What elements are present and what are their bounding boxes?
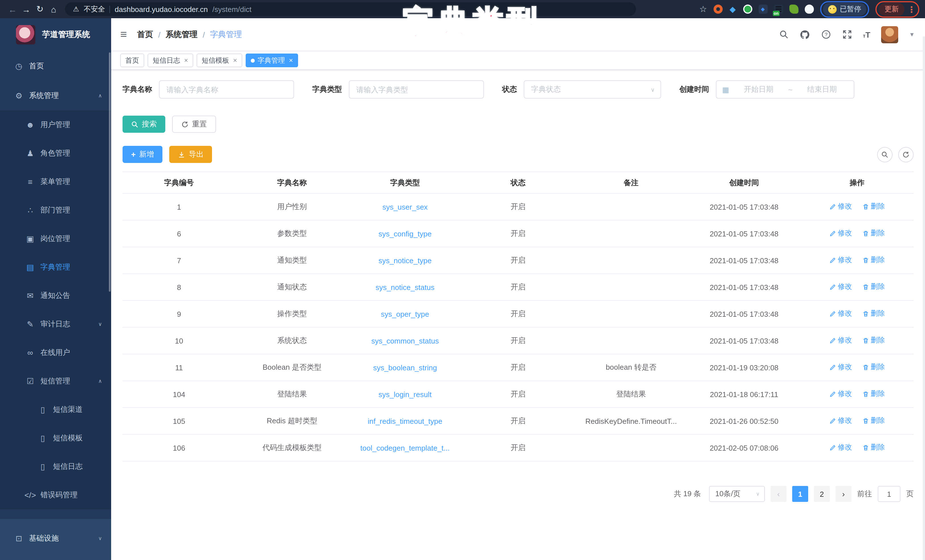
close-tab-icon[interactable]: × — [289, 56, 293, 65]
github-icon[interactable] — [800, 29, 810, 39]
tag-tab[interactable]: 首页 — [120, 54, 144, 67]
tag-tab[interactable]: 短信模板 × — [197, 54, 242, 67]
refresh-table-button[interactable] — [898, 147, 914, 162]
browser-update-button[interactable]: 更新 — [879, 3, 904, 16]
sidebar-item-posts[interactable]: ▣ 岗位管理 — [0, 224, 111, 253]
edit-link[interactable]: 修改 — [829, 416, 852, 426]
sidebar-item-online-users[interactable]: ∞ 在线用户 — [0, 339, 111, 367]
edit-link[interactable]: 修改 — [829, 229, 852, 238]
tag-tab[interactable]: 短信日志 × — [148, 54, 193, 67]
dict-type-link[interactable]: sys_notice_status — [348, 274, 462, 301]
bookmark-star-icon[interactable]: ☆ — [699, 4, 707, 14]
delete-link[interactable]: 删除 — [862, 229, 885, 238]
dict-type-link[interactable]: sys_config_type — [348, 220, 462, 247]
show-search-toggle-button[interactable] — [877, 147, 892, 162]
dict-type-link[interactable]: sys_notice_type — [348, 247, 462, 274]
breadcrumb-system[interactable]: 系统管理 — [166, 29, 197, 39]
sidebar-item-roles[interactable]: ♟ 角色管理 — [0, 139, 111, 167]
profile-paused-chip[interactable]: 已暂停 — [823, 3, 866, 16]
sidebar-item-home[interactable]: ◷ 首页 — [0, 51, 111, 81]
sidebar-item-sms-logs[interactable]: ▯ 短信日志 — [0, 452, 111, 481]
delete-link[interactable]: 删除 — [862, 443, 885, 453]
page-number-button[interactable]: 1 — [792, 486, 808, 502]
extension-dog-icon[interactable] — [804, 5, 814, 14]
edit-link[interactable]: 修改 — [829, 389, 852, 399]
edit-link[interactable]: 修改 — [829, 309, 852, 319]
sidebar-item-system[interactable]: ⚙ 系统管理 ∧ — [0, 81, 111, 110]
sidebar-item-users[interactable]: ☻ 用户管理 — [0, 110, 111, 139]
reset-button[interactable]: 重置 — [172, 116, 216, 133]
extension-leaf-icon[interactable] — [789, 5, 798, 14]
extension-blocks-icon[interactable]: ◆ — [758, 5, 767, 14]
dict-type-link[interactable]: sys_common_status — [348, 327, 462, 354]
sidebar-scrollbar[interactable] — [109, 53, 111, 292]
browser-home-icon[interactable]: ⌂ — [47, 4, 60, 14]
delete-link[interactable]: 删除 — [862, 309, 885, 319]
dict-type-link[interactable]: inf_redis_timeout_type — [348, 408, 462, 434]
edit-link[interactable]: 修改 — [829, 443, 852, 453]
goto-page-input[interactable] — [878, 486, 901, 502]
page-number-button[interactable]: 2 — [814, 486, 830, 502]
help-icon[interactable]: ? — [821, 29, 831, 39]
delete-link[interactable]: 删除 — [862, 363, 885, 372]
sidebar-item-menus[interactable]: ≡ 菜单管理 — [0, 167, 111, 196]
breadcrumb-home[interactable]: 首页 — [137, 29, 153, 39]
address-bar[interactable]: ⚠ 不安全 dashboard.yudao.iocoder.cn/system/… — [65, 2, 636, 16]
browser-menu-kebab-icon[interactable]: ⋮ — [907, 5, 916, 14]
extension-gem-icon[interactable]: ◆ — [729, 5, 737, 14]
sidebar-item-sms[interactable]: ☑ 短信管理 ∧ — [0, 367, 111, 395]
prev-page-button[interactable]: ‹ — [771, 486, 786, 502]
edit-link[interactable]: 修改 — [829, 202, 852, 212]
browser-back-icon[interactable]: ← — [6, 4, 20, 14]
sidebar-item-sms-templates[interactable]: ▯ 短信模板 — [0, 424, 111, 452]
sidebar-item-notices[interactable]: ✉ 通知公告 — [0, 282, 111, 310]
fullscreen-icon[interactable] — [842, 29, 852, 39]
status-select[interactable]: 字典状态 ∨ — [524, 80, 661, 99]
sidebar-item-dictionaries[interactable]: ▤ 字典管理 — [0, 253, 111, 282]
collapse-sidebar-icon[interactable]: ≡ — [120, 28, 127, 41]
delete-link[interactable]: 删除 — [862, 389, 885, 399]
dict-type-link[interactable]: tool_codegen_template_t... — [348, 434, 462, 461]
sidebar-item-departments[interactable]: ∴ 部门管理 — [0, 196, 111, 224]
add-button[interactable]: + 新增 — [122, 146, 163, 163]
export-button[interactable]: 导出 — [169, 146, 212, 163]
sidebar-item-error-codes[interactable]: </> 错误码管理 — [0, 481, 111, 509]
edit-link[interactable]: 修改 — [829, 336, 852, 346]
close-tab-icon[interactable]: × — [184, 56, 188, 65]
dict-name-input[interactable] — [159, 80, 294, 99]
delete-link[interactable]: 删除 — [862, 202, 885, 212]
delete-link[interactable]: 删除 — [862, 282, 885, 292]
next-page-button[interactable]: › — [836, 486, 851, 502]
delete-link[interactable]: 删除 — [862, 336, 885, 346]
search-button[interactable]: 搜索 — [122, 116, 165, 133]
header-search-icon[interactable] — [779, 29, 789, 39]
dict-type-input[interactable] — [349, 80, 484, 99]
sidebar-logo-row[interactable]: 芋道管理系统 — [0, 18, 111, 51]
page-scrollbar[interactable] — [923, 36, 925, 560]
user-avatar[interactable] — [881, 26, 898, 43]
extension-stack-icon[interactable]: on — [774, 5, 783, 14]
dict-type-link[interactable]: sys_user_sex — [348, 193, 462, 220]
sidebar-item-sms-channels[interactable]: ▯ 短信渠道 — [0, 395, 111, 424]
edit-link[interactable]: 修改 — [829, 363, 852, 372]
page-size-select[interactable]: 10条/页 ∨ — [709, 486, 765, 502]
delete-link[interactable]: 删除 — [862, 416, 885, 426]
dict-type-link[interactable]: sys_oper_type — [348, 301, 462, 327]
date-range-picker[interactable]: ▦ 开始日期 ~ 结束日期 — [716, 80, 854, 99]
browser-forward-icon[interactable]: → — [20, 4, 33, 14]
font-size-icon[interactable]: тT — [863, 30, 870, 39]
dict-type-link[interactable]: sys_login_result — [348, 381, 462, 408]
browser-refresh-icon[interactable]: ↻ — [33, 4, 47, 14]
delete-link[interactable]: 删除 — [862, 256, 885, 265]
sidebar-item-audit-logs[interactable]: ✎ 审计日志 ∨ — [0, 310, 111, 339]
extension-orange-icon[interactable] — [713, 5, 722, 14]
dict-remark-cell — [574, 247, 688, 274]
edit-link[interactable]: 修改 — [829, 256, 852, 265]
extension-green-icon[interactable] — [743, 5, 752, 14]
sidebar-item-infrastructure[interactable]: ⊡ 基础设施 ∨ — [0, 524, 111, 553]
edit-link[interactable]: 修改 — [829, 282, 852, 292]
avatar-caret-icon[interactable]: ▼ — [909, 31, 915, 38]
dict-type-link[interactable]: sys_boolean_string — [348, 354, 462, 381]
close-tab-icon[interactable]: × — [233, 56, 237, 65]
tag-tab[interactable]: 字典管理 × — [246, 54, 298, 67]
